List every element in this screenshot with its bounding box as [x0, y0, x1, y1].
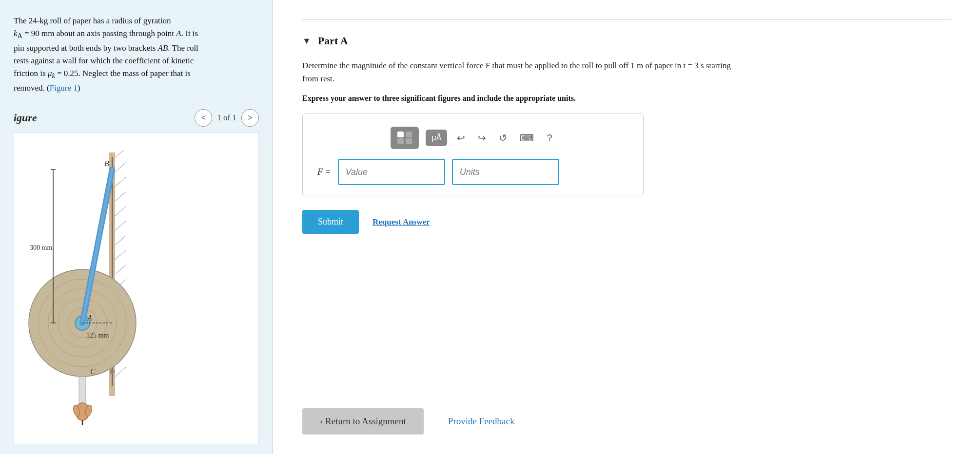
- part-header: ▼ Part A: [302, 35, 951, 47]
- svg-line-16: [115, 367, 126, 377]
- problem-line2e: . It is: [181, 29, 198, 38]
- problem-friction-label: friction is: [14, 69, 48, 78]
- value-input[interactable]: [338, 159, 445, 185]
- input-label: F =: [317, 167, 331, 177]
- problem-friction-eq: = 0.25. Neglect the mass of paper that i…: [55, 69, 191, 78]
- figure-page: 1 of 1: [217, 113, 236, 123]
- part-question: Determine the magnitude of the constant …: [302, 59, 741, 85]
- reset-button[interactable]: ↺: [496, 131, 510, 145]
- figure-title: igure: [14, 112, 37, 124]
- part-title: Part A: [318, 35, 348, 47]
- answer-box: μÅ ↩ ↪ ↺ ⌨ ? F =: [302, 114, 644, 196]
- problem-line3c: . The roll: [168, 43, 198, 53]
- figure-svg: B A C 300 mm 125 mm: [14, 133, 219, 425]
- provide-feedback-button[interactable]: Provide Feedback: [448, 416, 515, 427]
- figure-section: igure < 1 of 1 >: [14, 109, 259, 444]
- left-panel: The 24-kg roll of paper has a radius of …: [0, 0, 273, 454]
- figure-canvas: B A C 300 mm 125 mm: [14, 132, 259, 444]
- problem-line1: The 24-kg roll of paper has a radius of …: [14, 16, 171, 25]
- figure-header: igure < 1 of 1 >: [14, 109, 259, 127]
- svg-point-37: [110, 369, 115, 374]
- right-panel: ▼ Part A Determine the magnitude of the …: [273, 0, 980, 454]
- label-C-text: C: [90, 367, 96, 376]
- svg-line-3: [115, 177, 126, 187]
- submit-button[interactable]: Submit: [302, 210, 359, 234]
- svg-line-6: [115, 221, 126, 230]
- dim-125mm: 125 mm: [86, 332, 109, 339]
- redo-button[interactable]: ↪: [475, 131, 489, 145]
- svg-line-4: [115, 191, 126, 201]
- svg-rect-31: [79, 377, 86, 406]
- request-answer-button[interactable]: Request Answer: [372, 217, 430, 227]
- svg-line-7: [115, 235, 126, 245]
- part-collapse-icon[interactable]: ▼: [302, 36, 311, 46]
- top-divider: [302, 19, 951, 20]
- matrix-button[interactable]: [391, 127, 419, 149]
- symbol-button[interactable]: μÅ: [426, 130, 447, 146]
- problem-AB: AB: [158, 43, 168, 53]
- problem-paren: ): [78, 83, 80, 93]
- answer-toolbar: μÅ ↩ ↪ ↺ ⌨ ?: [317, 127, 628, 149]
- input-row: F =: [317, 159, 628, 185]
- label-B-text: B: [104, 159, 109, 168]
- figure-nav: < 1 of 1 >: [195, 109, 259, 127]
- action-row: Submit Request Answer: [302, 210, 951, 234]
- figure-next-button[interactable]: >: [241, 109, 259, 127]
- problem-pointA: A: [176, 29, 181, 38]
- svg-line-9: [115, 265, 126, 274]
- figure-prev-button[interactable]: <: [195, 109, 212, 127]
- svg-line-5: [115, 206, 126, 216]
- help-button[interactable]: ?: [544, 132, 555, 145]
- problem-k-var: kA: [14, 29, 22, 38]
- svg-line-8: [115, 250, 126, 260]
- bottom-actions: ‹ Return to Assignment Provide Feedback: [302, 408, 951, 435]
- part-instruction: Express your answer to three significant…: [302, 94, 741, 103]
- return-button[interactable]: ‹ Return to Assignment: [302, 408, 424, 435]
- units-input[interactable]: [452, 159, 559, 185]
- problem-description: The 24-kg roll of paper has a radius of …: [14, 15, 259, 95]
- svg-rect-39: [406, 132, 412, 137]
- problem-line2c: = 90 mm about an axis passing through po…: [22, 29, 176, 38]
- problem-line4: rests against a wall for which the coeff…: [14, 56, 194, 65]
- svg-line-2: [115, 162, 126, 172]
- svg-line-1: [115, 150, 124, 157]
- svg-rect-40: [397, 138, 404, 144]
- problem-removed: removed. (: [14, 83, 50, 93]
- problem-line3: pin supported at both ends by two bracke…: [14, 43, 158, 53]
- matrix-icon: [396, 131, 413, 145]
- label-A-text: A: [87, 314, 92, 322]
- svg-rect-41: [406, 138, 412, 144]
- svg-rect-38: [397, 132, 404, 137]
- figure1-link[interactable]: Figure 1: [50, 83, 78, 93]
- keyboard-button[interactable]: ⌨: [517, 131, 537, 145]
- undo-button[interactable]: ↩: [454, 131, 468, 145]
- dim-300mm: 300 mm: [30, 244, 52, 251]
